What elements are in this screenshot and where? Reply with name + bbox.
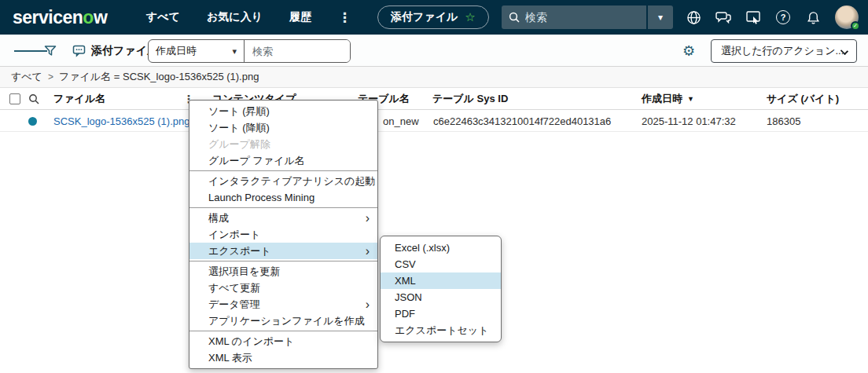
current-page-pill[interactable]: 添付ファイル ☆	[377, 5, 489, 29]
nav-icon-group: ? ✓	[686, 0, 859, 35]
list-menu-icon[interactable]	[14, 35, 47, 67]
size-cell: 186305	[767, 110, 800, 132]
submenu-item-json[interactable]: JSON	[381, 289, 501, 305]
user-avatar[interactable]: ✓	[835, 5, 859, 29]
menu-item-update-all[interactable]: すべて更新	[189, 280, 377, 296]
breadcrumb-separator: >	[48, 71, 53, 82]
breadcrumb-root[interactable]: すべて	[11, 70, 42, 84]
menu-divider	[189, 170, 377, 171]
caret-down-icon: ▾	[658, 12, 663, 23]
menu-item-sort-asc[interactable]: ソート (昇順)	[189, 103, 377, 119]
menu-divider	[189, 261, 377, 261]
file-name-link[interactable]: SCSK_logo-1536x525 (1).png	[53, 110, 189, 132]
list-toolbar: 添付ファイル 作成日時 ▾ ⚙ 選択した行のアクション...	[0, 35, 868, 67]
filter-icon[interactable]	[44, 35, 57, 67]
export-submenu: Excel (.xlsx) CSV XML JSON PDF エクスポートセット	[380, 236, 502, 342]
menu-item-show-xml[interactable]: XML 表示	[189, 349, 377, 366]
submenu-item-export-set[interactable]: エクスポートセット	[381, 322, 501, 338]
search-scope-dropdown[interactable]: ▾	[646, 5, 673, 29]
submenu-arrow-icon: ›	[366, 245, 370, 258]
menu-item-data-management[interactable]: データ管理›	[189, 296, 377, 313]
nav-tab-favorites[interactable]: お気に入り	[207, 10, 263, 24]
help-icon[interactable]: ?	[775, 9, 791, 25]
nav-tab-history[interactable]: 履歴	[289, 10, 311, 24]
menu-item-ungroup: グループ解除	[189, 136, 377, 152]
submenu-arrow-icon: ›	[366, 298, 370, 311]
created-cell: 2025-11-12 01:47:32	[642, 110, 736, 132]
global-search: ▾	[502, 5, 673, 29]
logo-accent-o: o	[83, 7, 94, 27]
select-all-checkbox[interactable]	[9, 93, 20, 104]
menu-item-launch-interactive-analysis[interactable]: インタラクティブアナリシスの起動	[189, 173, 377, 189]
global-search-input[interactable]	[525, 11, 646, 24]
submenu-item-pdf[interactable]: PDF	[381, 305, 501, 322]
column-header-table-sys-id[interactable]: テーブル Sys ID	[432, 88, 508, 110]
menu-divider	[189, 207, 377, 208]
table-sys-id-cell: c6e22463c3413210014f722ed40131a6	[433, 110, 611, 132]
menu-item-import-xml[interactable]: XML のインポート	[189, 333, 377, 349]
servicenow-logo[interactable]: servicenow	[13, 7, 107, 28]
row-actions-dropdown[interactable]: 選択した行のアクション...	[711, 39, 857, 63]
menu-divider	[189, 331, 377, 331]
logo-text-end: w	[94, 7, 107, 27]
column-search-icon[interactable]	[28, 93, 39, 104]
menu-item-group-by-file-name[interactable]: グループ ファイル名	[189, 152, 377, 169]
row-actions-value: 選択した行のアクション...	[721, 44, 844, 58]
record-presence-dot	[28, 117, 37, 126]
column-header-file-name[interactable]: ファイル名	[53, 88, 105, 110]
menu-item-update-selected[interactable]: 選択項目を更新	[189, 263, 377, 280]
created-label: 作成日時	[642, 92, 682, 106]
chat-icon[interactable]	[715, 9, 731, 25]
search-icon	[509, 12, 520, 23]
menu-item-export[interactable]: エクスポート›	[189, 243, 377, 259]
menu-item-launch-process-mining[interactable]: Launch Process Mining	[189, 189, 377, 206]
table-header-row: ファイル名 ⋮ コンテンツタイプ テーブル名 テーブル Sys ID 作成日時 …	[0, 88, 868, 110]
list-search-group: 作成日時 ▾	[148, 39, 351, 63]
caret-down-icon: ▾	[232, 46, 237, 57]
submenu-item-csv[interactable]: CSV	[381, 256, 501, 272]
question-glyph: ?	[776, 10, 790, 24]
sidebar-panel-icon[interactable]	[745, 9, 761, 25]
favorite-star-icon[interactable]: ☆	[465, 10, 475, 24]
column-header-size[interactable]: サイズ (バイト)	[767, 88, 839, 110]
search-field-value: 作成日時	[156, 44, 197, 58]
breadcrumb: すべて > ファイル名 = SCSK_logo-1536x525 (1).png	[0, 67, 868, 88]
menu-item-configure[interactable]: 構成›	[189, 210, 377, 226]
comment-bubble-icon[interactable]	[72, 35, 86, 67]
table-name-cell: on_new	[383, 110, 419, 132]
nav-more-icon[interactable]: ⋮	[338, 9, 351, 26]
presence-status-dot: ✓	[851, 21, 860, 31]
column-context-menu: ソート (昇順) ソート (降順) グループ解除 グループ ファイル名 インタラ…	[189, 100, 378, 369]
list-search-input[interactable]	[245, 40, 350, 62]
breadcrumb-filter[interactable]: ファイル名 = SCSK_logo-1536x525 (1).png	[59, 70, 259, 84]
menu-item-create-application-files[interactable]: アプリケーションファイルを作成	[189, 313, 377, 329]
pill-label: 添付ファイル	[391, 10, 458, 24]
notifications-bell-icon[interactable]	[805, 9, 821, 25]
globe-icon[interactable]	[686, 9, 701, 25]
search-field-selector[interactable]: 作成日時 ▾	[149, 40, 245, 62]
table-row: SCSK_logo-1536x525 (1).png on_new c6e224…	[0, 110, 868, 132]
logo-text: servicen	[13, 7, 83, 27]
submenu-item-xml[interactable]: XML	[381, 272, 501, 289]
submenu-item-excel[interactable]: Excel (.xlsx)	[381, 240, 501, 256]
menu-item-sort-desc[interactable]: ソート (降順)	[189, 119, 377, 136]
nav-tab-all[interactable]: すべて	[146, 10, 180, 24]
list-settings-gear-icon[interactable]: ⚙	[682, 35, 695, 67]
menu-item-import[interactable]: インポート	[189, 226, 377, 243]
nav-tabs: すべて お気に入り 履歴 ⋮	[146, 0, 351, 35]
submenu-arrow-icon: ›	[366, 212, 370, 225]
sort-desc-icon: ▼	[687, 95, 694, 103]
column-header-created[interactable]: 作成日時 ▼	[642, 88, 694, 110]
top-nav: servicenow すべて お気に入り 履歴 ⋮ 添付ファイル ☆ ▾ ? ✓	[0, 0, 868, 35]
